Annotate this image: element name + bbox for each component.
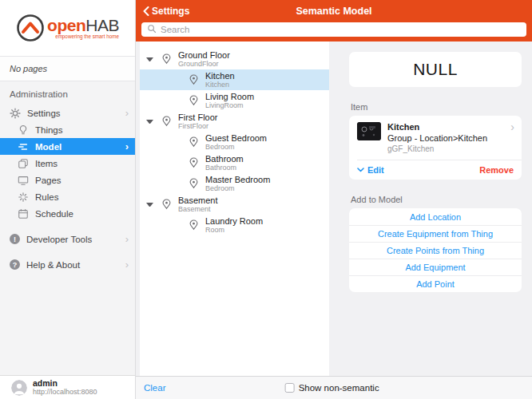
tree-node-living-room[interactable]: Living Room LivingRoom bbox=[140, 90, 329, 111]
sidebar-item-pages[interactable]: Pages bbox=[0, 172, 135, 188]
location-pin-icon bbox=[188, 177, 200, 191]
chevron-down-icon bbox=[357, 168, 364, 172]
tree-node-sublabel: Basement bbox=[178, 205, 218, 213]
tree-node-label: Master Bedroom bbox=[205, 175, 270, 185]
tree-node-label: Bathroom bbox=[205, 154, 244, 164]
tree-node-label: Ground Floor bbox=[178, 50, 230, 61]
avatar bbox=[11, 380, 27, 396]
expand-triangle-icon[interactable] bbox=[146, 120, 153, 124]
add-equipment-button[interactable]: Add Equipment bbox=[349, 259, 522, 275]
sidebar-item-label: Pages bbox=[35, 176, 129, 185]
back-button-label: Settings bbox=[152, 6, 189, 17]
sidebar: openHAB empowering the smart home No pag… bbox=[0, 0, 136, 399]
item-summary-row[interactable]: Kitchen Group - Location>Kitchen gGF_Kit… bbox=[349, 116, 522, 160]
cooktop-image bbox=[357, 122, 381, 140]
sidebar-item-schedule[interactable]: Schedule bbox=[0, 205, 135, 222]
sidebar-item-label: Help & About bbox=[26, 260, 125, 270]
search-icon bbox=[147, 24, 157, 34]
add-to-model-card: Add Location Create Equipment from Thing… bbox=[349, 208, 522, 292]
person-icon bbox=[11, 380, 27, 396]
add-point-button[interactable]: Add Point bbox=[349, 275, 522, 292]
sidebar-menu: Administration Settings › Things Model ›… bbox=[0, 81, 135, 375]
sidebar-item-label: Model bbox=[35, 142, 125, 152]
sparkle-icon bbox=[18, 192, 29, 203]
tree-node-ground-floor[interactable]: Ground Floor GroundFloor bbox=[140, 49, 329, 69]
sidebar-item-rules[interactable]: Rules bbox=[0, 188, 135, 205]
location-pin-icon bbox=[188, 73, 200, 87]
item-type: Group - Location>Kitchen bbox=[387, 133, 487, 144]
create-equipment-from-thing-button[interactable]: Create Equipment from Thing bbox=[349, 225, 522, 242]
sidebar-item-things[interactable]: Things bbox=[0, 121, 135, 138]
edit-button[interactable]: Edit bbox=[357, 165, 384, 175]
chevron-right-icon: › bbox=[125, 108, 129, 118]
sidebar-item-label: Schedule bbox=[35, 209, 129, 219]
search-bar bbox=[141, 22, 526, 37]
clear-button[interactable]: Clear bbox=[136, 383, 165, 393]
semantic-model-tree: Ground Floor GroundFloor Kitchen Kitchen… bbox=[140, 41, 329, 376]
location-pin-icon bbox=[188, 156, 200, 170]
tree-node-sublabel: Room bbox=[205, 226, 263, 234]
tree-node-label: Basement bbox=[178, 196, 218, 206]
no-pages-notice: No pages bbox=[0, 56, 135, 81]
server-url: http://localhost:8080 bbox=[33, 389, 97, 397]
tree-node-label: Laundry Room bbox=[205, 216, 263, 227]
tree-node-kitchen[interactable]: Kitchen Kitchen bbox=[140, 69, 329, 90]
tree-node-guest-bedroom[interactable]: Guest Bedroom Bedroom bbox=[140, 132, 329, 152]
app-window: openHAB empowering the smart home No pag… bbox=[0, 0, 532, 399]
sidebar-item-help-about[interactable]: ? Help & About › bbox=[0, 256, 135, 273]
sidebar-item-label: Items bbox=[35, 159, 129, 168]
content-area: Ground Floor GroundFloor Kitchen Kitchen… bbox=[136, 41, 532, 376]
tree-node-laundry-room[interactable]: Laundry Room Room bbox=[140, 215, 329, 235]
edit-button-label: Edit bbox=[367, 165, 384, 175]
tree-node-label: Living Room bbox=[205, 92, 254, 102]
location-pin-icon bbox=[161, 198, 173, 211]
item-card: Kitchen Group - Location>Kitchen gGF_Kit… bbox=[349, 116, 522, 180]
tree-node-sublabel: GroundFloor bbox=[178, 60, 230, 68]
tree-node-first-floor[interactable]: First Floor FirstFloor bbox=[140, 111, 329, 132]
chevron-right-icon: › bbox=[510, 121, 514, 132]
tree-node-bathroom[interactable]: Bathroom Bathroom bbox=[140, 152, 329, 173]
tree-node-sublabel: Kitchen bbox=[205, 81, 235, 89]
logo-open-text: open bbox=[47, 16, 85, 34]
tree-node-sublabel: FirstFloor bbox=[178, 122, 218, 130]
tree-node-sublabel: LivingRoom bbox=[205, 101, 254, 109]
copy-icon bbox=[18, 158, 29, 169]
tree-node-master-bedroom[interactable]: Master Bedroom Bedroom bbox=[140, 173, 329, 194]
sidebar-item-label: Developer Tools bbox=[26, 235, 125, 244]
tree-node-sublabel: Bathroom bbox=[205, 164, 244, 172]
item-thumbnail bbox=[357, 122, 381, 140]
sidebar-item-label: Settings bbox=[27, 109, 125, 118]
show-non-semantic-toggle[interactable]: Show non-semantic bbox=[285, 383, 379, 393]
show-non-semantic-checkbox[interactable] bbox=[285, 383, 295, 393]
openhab-logo-icon bbox=[16, 14, 45, 42]
search-input[interactable] bbox=[141, 22, 526, 37]
chevron-left-icon bbox=[142, 6, 150, 16]
gear-icon bbox=[10, 108, 21, 119]
sidebar-item-items[interactable]: Items bbox=[0, 155, 135, 172]
monitor-icon bbox=[18, 175, 29, 186]
sidebar-item-label: Rules bbox=[35, 192, 129, 202]
item-section-header: Item bbox=[351, 102, 522, 112]
tree-node-sublabel: Bedroom bbox=[205, 143, 267, 151]
show-non-semantic-label: Show non-semantic bbox=[299, 383, 379, 393]
calendar-icon bbox=[18, 208, 29, 219]
remove-button[interactable]: Remove bbox=[479, 165, 514, 175]
logo-area: openHAB empowering the smart home bbox=[0, 0, 135, 56]
page-title: Semantic Model bbox=[136, 6, 532, 17]
location-pin-icon bbox=[188, 219, 200, 232]
sidebar-item-developer-tools[interactable]: ! Developer Tools › bbox=[0, 231, 135, 247]
tree-node-basement[interactable]: Basement Basement bbox=[140, 194, 329, 215]
add-location-button[interactable]: Add Location bbox=[349, 208, 522, 225]
main-area: Settings Semantic Model Ground Floor Gro… bbox=[136, 0, 532, 399]
bottom-toolbar: Clear Show non-semantic bbox=[136, 376, 532, 399]
back-button[interactable]: Settings bbox=[136, 6, 189, 17]
expand-triangle-icon[interactable] bbox=[146, 203, 153, 207]
location-pin-icon bbox=[188, 136, 200, 149]
expand-triangle-icon[interactable] bbox=[146, 57, 153, 61]
create-points-from-thing-button[interactable]: Create Points from Thing bbox=[349, 242, 522, 259]
user-account-area[interactable]: admin http://localhost:8080 bbox=[0, 375, 135, 399]
tree-node-label: First Floor bbox=[178, 113, 218, 123]
exclamation-circle-icon: ! bbox=[10, 234, 20, 244]
sidebar-item-model[interactable]: Model › bbox=[0, 138, 135, 155]
sidebar-item-settings[interactable]: Settings › bbox=[0, 105, 135, 121]
